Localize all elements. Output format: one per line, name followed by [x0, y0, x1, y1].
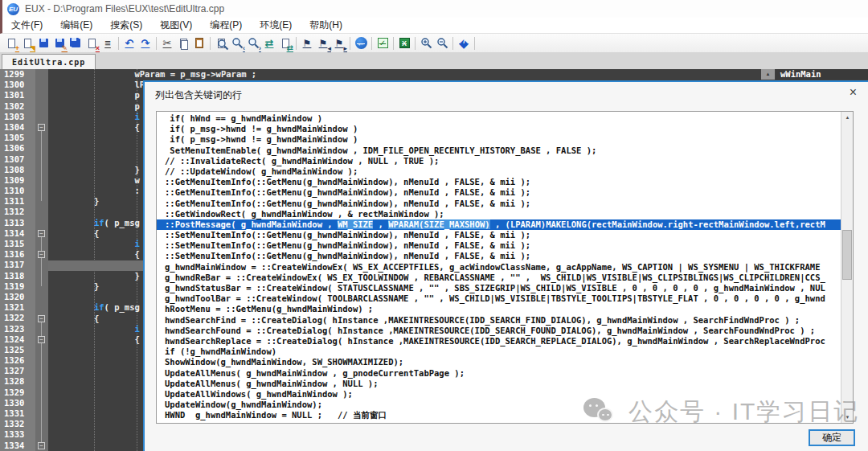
find-next-icon[interactable]: ›: [245, 35, 261, 51]
result-row[interactable]: ::SetMenuItemInfo(::GetMenu(g_hwndMainWi…: [157, 251, 841, 261]
result-row[interactable]: ::GetMenuItemInfo(::GetMenu(g_hwndMainWi…: [157, 177, 841, 187]
syntax-check-icon[interactable]: ✓: [375, 35, 391, 51]
bookmark-toggle-icon[interactable]: ⚑: [299, 35, 315, 51]
export-excel-icon[interactable]: X: [396, 35, 412, 51]
result-row[interactable]: ::GetMenuItemInfo(::GetMenu(g_hwndMainWi…: [157, 199, 841, 209]
replace-in-files-icon[interactable]: ⇄: [277, 35, 293, 51]
line-number: 1300: [0, 80, 35, 90]
about-icon[interactable]: ◆i: [456, 35, 472, 51]
bookmark-next-icon[interactable]: ⚑▸: [331, 35, 347, 51]
close-icon[interactable]: ×: [850, 85, 857, 100]
result-row[interactable]: SetMenuItemEnable( g_hwndMainWindow , ID…: [157, 146, 841, 156]
result-row[interactable]: UpdateAllMenus( g_hwndMainWindow , g_pno…: [157, 368, 841, 379]
dialog-title: 列出包含关键词的行: [155, 88, 242, 102]
line-number: 1327: [0, 366, 35, 376]
menu-item-2[interactable]: 搜索(S): [101, 17, 151, 34]
cut-icon[interactable]: ✂: [159, 35, 175, 51]
result-row[interactable]: if( p_msg->hwnd != g_hwndMainWindow ): [157, 134, 841, 145]
result-row[interactable]: ::GetWindowRect( g_hwndMainWindow , & re…: [157, 209, 841, 219]
result-row[interactable]: if( p_msg->hwnd != g_hwndMainWindow ): [157, 124, 841, 134]
zoom-out-icon[interactable]: [434, 35, 450, 51]
line-number: 1321: [0, 302, 35, 313]
result-row[interactable]: g_hwndToolBar = ::CreateWindow( TOOLBARC…: [157, 293, 841, 304]
editor-scroll-up-icon[interactable]: ▲: [761, 69, 775, 80]
result-row[interactable]: hwndSearchReplace = ::CreateDialog( hIns…: [157, 336, 841, 346]
result-row[interactable]: ShowWindow(g_hwndMainWindow, SW_SHOWMAXI…: [157, 357, 841, 367]
tab-bar: EditUltra.cpp: [0, 53, 868, 69]
line-number: 1303: [0, 112, 35, 122]
save-file-icon[interactable]: [35, 35, 51, 51]
result-row[interactable]: ::GetMenuItemInfo(::GetMenu(g_hwndMainWi…: [157, 187, 841, 198]
find-prev-icon[interactable]: ‹: [229, 35, 245, 51]
list-scrollbar[interactable]: ▲ ▼: [841, 112, 853, 423]
result-row[interactable]: HWND g_hwndMainWindow = NULL ; // 当前窗口: [157, 410, 841, 420]
result-row[interactable]: UpdateAllWindows( g_hwndMainWindow );: [157, 389, 841, 400]
file-list-icon[interactable]: ≡: [100, 35, 116, 51]
menu-bar: 文件(F)编辑(E)搜索(S)视图(V)编程(P)环境(E)帮助(H): [0, 18, 868, 34]
line-number: 1333: [0, 429, 35, 440]
line-number: 1332: [0, 419, 35, 429]
copy-icon[interactable]: [175, 35, 191, 51]
result-row[interactable]: hRootMenu = ::GetMenu(g_hwndMainWindow) …: [157, 304, 841, 314]
redo-icon[interactable]: ↷: [137, 35, 154, 51]
result-row[interactable]: g_hwndStatusBar = ::CreateWindow( STATUS…: [157, 283, 841, 293]
result-row[interactable]: if (!g_hwndMainWindow): [157, 346, 841, 357]
new-file-icon[interactable]: +: [3, 35, 19, 51]
result-row[interactable]: hwndSearchFound = ::CreateDialog( hInsta…: [157, 326, 841, 336]
menu-item-0[interactable]: 文件(F): [2, 17, 51, 34]
scrollbar-up-icon[interactable]: ▲: [841, 112, 854, 123]
code-row: wParam = p_msg->wParam ;: [48, 69, 256, 80]
menu-item-4[interactable]: 编程(P): [201, 17, 251, 34]
tab-editultra-cpp[interactable]: EditUltra.cpp: [2, 54, 96, 69]
zoom-in-icon[interactable]: [418, 35, 434, 51]
scrollbar-thumb[interactable]: [842, 230, 852, 280]
line-number: 1324: [0, 334, 35, 345]
menu-item-3[interactable]: 视图(V): [151, 17, 201, 34]
scrollbar-down-icon[interactable]: ▼: [841, 412, 854, 423]
app-icon: EU: [7, 3, 19, 15]
fold-marker[interactable]: −: [38, 230, 45, 237]
line-number: 1322: [0, 313, 35, 323]
save-all-icon[interactable]: [68, 35, 84, 51]
result-row[interactable]: // ::UpdateWindow( g_hwndMainWindow );: [157, 166, 841, 177]
result-row[interactable]: ::PostMessage( g_hwndMainWindow , WM_SIZ…: [157, 219, 841, 230]
toolbar-separator: [118, 37, 119, 50]
find-icon[interactable]: [213, 35, 229, 51]
result-row[interactable]: g_hwndMainWindow = ::CreateWindowEx( WS_…: [157, 262, 841, 273]
result-row[interactable]: if( hWnd == g_hwndMainWindow ): [157, 113, 841, 124]
result-row[interactable]: ::SetMenuItemInfo(::GetMenu(g_hwndMainWi…: [157, 230, 841, 240]
result-row[interactable]: UpdateWindow(g_hwndMainWindow);: [157, 400, 841, 410]
code-row: w: [48, 175, 140, 186]
undo-icon[interactable]: ↶: [121, 35, 137, 51]
fold-marker[interactable]: −: [38, 336, 45, 343]
toolbar-separator: [371, 37, 372, 50]
fold-marker[interactable]: −: [38, 124, 45, 131]
navigate-back-icon[interactable]: ←: [353, 35, 369, 51]
result-row[interactable]: UpdateAllMenus( g_hwndMainWindow , NULL …: [157, 379, 841, 389]
line-number: 1317: [0, 260, 35, 270]
result-row[interactable]: g_hwndReBar = ::CreateWindowEx( WS_EX_TO…: [157, 273, 841, 283]
code-row: {: [48, 314, 99, 324]
line-number: 1299: [0, 69, 35, 80]
ok-button[interactable]: 确定: [809, 429, 855, 446]
result-row[interactable]: hwndSearchFind = ::CreateDialog( hInstan…: [157, 315, 841, 326]
line-number: 1307: [0, 154, 35, 165]
fold-marker[interactable]: −: [38, 442, 45, 449]
paste-icon[interactable]: [191, 35, 207, 51]
result-row[interactable]: // ::InvalidateRect( g_hwndMainWindow , …: [157, 156, 841, 166]
save-file-as-icon[interactable]: ✎: [51, 35, 68, 51]
fold-margin: −−−−−−: [35, 69, 48, 451]
result-listbox[interactable]: if( hWnd == g_hwndMainWindow ) if( p_msg…: [156, 111, 854, 424]
close-file-icon[interactable]: ×: [84, 35, 100, 51]
replace-icon[interactable]: ⇄: [261, 35, 277, 51]
line-number: 1326: [0, 355, 35, 366]
fold-marker[interactable]: −: [38, 251, 45, 258]
function-nav-panel[interactable]: wWinMain: [776, 69, 868, 80]
result-row[interactable]: ::SetMenuItemInfo(::GetMenu(g_hwndMainWi…: [157, 240, 841, 251]
menu-item-5[interactable]: 环境(E): [251, 17, 301, 34]
fold-marker[interactable]: −: [38, 315, 45, 322]
menu-item-6[interactable]: 帮助(H): [301, 17, 351, 34]
menu-item-1[interactable]: 编辑(E): [51, 17, 101, 34]
bookmark-prev-icon[interactable]: ⚑◂: [315, 35, 331, 51]
open-file-icon[interactable]: ◥: [19, 35, 35, 51]
